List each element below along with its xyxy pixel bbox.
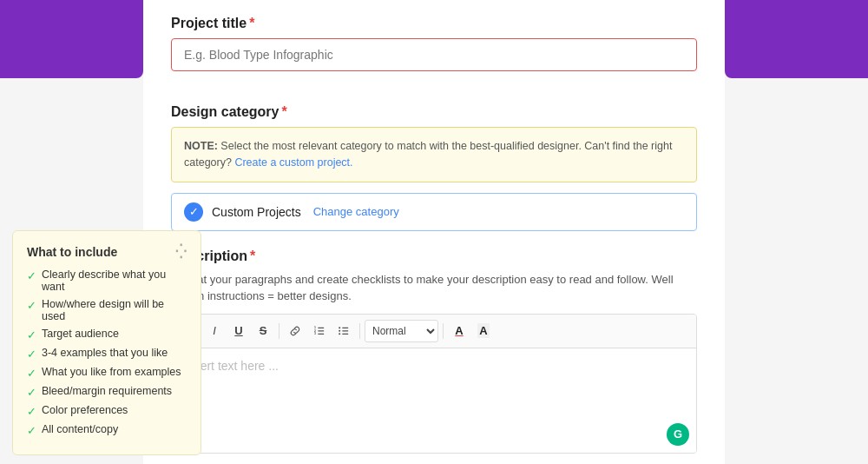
description-editor: B I U S 1 2 <box>171 314 697 454</box>
list-item: ✓ How/where design will be used <box>27 298 187 322</box>
check-icon: ✓ <box>27 424 36 437</box>
list-item: ✓ Color preferences <box>27 404 187 418</box>
what-to-include-sidebar: What to include ⁛ ✓ Clearly describe wha… <box>12 230 201 455</box>
check-icon: ✓ <box>27 348 36 361</box>
create-custom-project-link[interactable]: Create a custom project. <box>234 156 352 169</box>
font-color-button[interactable]: A <box>448 320 470 342</box>
grammarly-button[interactable]: G <box>667 423 689 446</box>
main-content: Project title* Design category* NOTE: Se… <box>143 0 725 464</box>
list-item: ✓ All content/copy <box>27 423 187 437</box>
check-icon: ✓ <box>27 299 36 312</box>
svg-point-11 <box>339 333 340 335</box>
list-item: ✓ Clearly describe what you want <box>27 268 187 293</box>
list-item: ✓ What you like from examples <box>27 366 187 380</box>
strikethrough-button[interactable]: S <box>252 320 274 342</box>
svg-rect-1 <box>318 330 324 331</box>
category-name: Custom Projects <box>212 205 301 219</box>
highlight-button[interactable]: A <box>472 320 495 342</box>
description-label: Description* <box>171 249 697 264</box>
toolbar-divider <box>443 323 444 339</box>
italic-button[interactable]: I <box>203 320 226 342</box>
svg-rect-8 <box>342 333 348 334</box>
svg-rect-2 <box>318 333 324 334</box>
sidebar-title-text: What to include <box>27 245 117 259</box>
toolbar-divider <box>279 323 279 339</box>
check-icon: ✓ <box>27 386 36 399</box>
project-title-label: Project title* <box>171 16 697 31</box>
list-item: ✓ 3-4 examples that you like <box>27 347 187 361</box>
svg-text:3: 3 <box>314 332 316 335</box>
design-category-label: Design category* <box>171 104 697 120</box>
editor-toolbar: B I U S 1 2 <box>172 315 696 348</box>
project-title-input[interactable] <box>171 38 697 71</box>
check-icon: ✓ <box>27 269 36 282</box>
svg-point-10 <box>339 329 340 331</box>
design-category-section: Design category* NOTE: Select the most r… <box>171 104 697 231</box>
purple-bar-right <box>725 0 868 78</box>
required-star: * <box>250 249 255 264</box>
purple-bar-left <box>0 0 143 78</box>
sidebar-title: What to include ⁛ <box>27 243 187 260</box>
required-star: * <box>249 16 254 31</box>
unordered-list-button[interactable] <box>332 320 355 342</box>
check-icon: ✓ <box>27 405 36 418</box>
svg-rect-0 <box>318 327 324 328</box>
check-icon: ✓ <box>27 367 36 380</box>
category-selector: ✓ Custom Projects Change category <box>171 193 697 231</box>
list-item: ✓ Bleed/margin requirements <box>27 385 187 399</box>
description-editor-body[interactable]: Insert text here ... G <box>172 348 696 453</box>
change-category-link[interactable]: Change category <box>313 205 399 218</box>
underline-button[interactable]: U <box>227 320 250 342</box>
ordered-list-button[interactable]: 1 2 3 <box>308 320 331 342</box>
description-section: Description* Format your paragraphs and … <box>171 249 697 454</box>
link-button[interactable] <box>284 320 306 342</box>
svg-rect-7 <box>342 330 348 331</box>
list-item: ✓ Target audience <box>27 328 187 341</box>
svg-point-9 <box>339 327 340 328</box>
toolbar-divider <box>359 323 360 339</box>
format-select[interactable]: Normal Heading 1 Heading 2 Heading 3 <box>365 320 438 342</box>
check-icon: ✓ <box>27 328 36 341</box>
svg-rect-6 <box>342 327 348 328</box>
move-icon[interactable]: ⁛ <box>175 243 187 260</box>
note-box: NOTE: Select the most relevant category … <box>171 127 697 182</box>
required-star: * <box>281 104 286 120</box>
category-selected-icon: ✓ <box>184 202 203 222</box>
project-title-section: Project title* <box>171 16 697 89</box>
description-subtitle: Format your paragraphs and create checkl… <box>171 271 697 305</box>
note-prefix: NOTE: <box>184 140 220 152</box>
